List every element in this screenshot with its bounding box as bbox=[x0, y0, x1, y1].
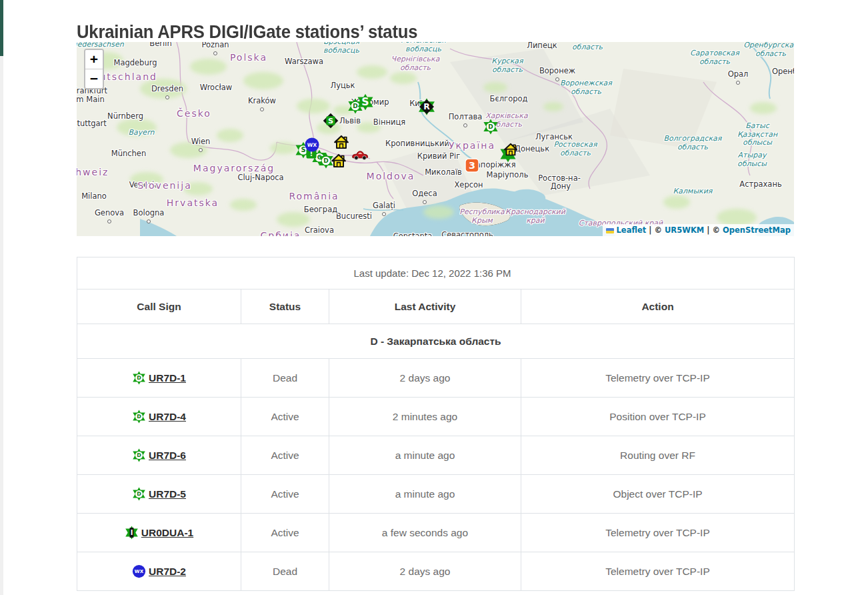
marker-house[interactable] bbox=[330, 153, 347, 170]
callsign-cell: DUR7D-1 bbox=[77, 359, 241, 398]
attribution-separator: | © bbox=[707, 225, 720, 235]
marker-car[interactable] bbox=[351, 149, 369, 161]
ukraine-flag-icon bbox=[606, 228, 614, 233]
city-dot bbox=[107, 219, 111, 223]
status-cell: Active bbox=[241, 514, 329, 552]
table-row-ur0dua-1: IUR0DUA-1Activea few seconds agoTelemetr… bbox=[77, 514, 795, 552]
callsign-cell: DUR7D-4 bbox=[77, 398, 241, 436]
callsign-link[interactable]: UR7D-6 bbox=[149, 450, 186, 461]
page-container: Ukrainian APRS DIGI/IGate stations’ stat… bbox=[77, 0, 794, 591]
marker-house-star[interactable] bbox=[501, 143, 521, 163]
svg-text:D: D bbox=[323, 157, 328, 164]
forest-patch bbox=[357, 65, 387, 79]
forest-patch bbox=[190, 59, 227, 75]
callsign-link[interactable]: UR7D-1 bbox=[149, 372, 186, 384]
city-dot bbox=[260, 107, 264, 111]
column-header-action: Action bbox=[521, 289, 795, 324]
marker-num3-3[interactable]: 3 bbox=[465, 158, 480, 173]
callsign-cell: DUR7D-6 bbox=[77, 436, 241, 475]
forest-patch bbox=[297, 99, 330, 113]
column-header-call-sign: Call Sign bbox=[77, 289, 241, 324]
svg-text:S: S bbox=[361, 95, 369, 108]
marker-wx-circle[interactable]: WX bbox=[305, 137, 320, 153]
table-row-ur7d-1: DUR7D-1Dead2 days agoTelemetry over TCP-… bbox=[77, 359, 795, 398]
callsign-link[interactable]: UR7D-4 bbox=[149, 411, 186, 422]
marker-star-circle-d[interactable]: D bbox=[483, 119, 499, 135]
weather-station-icon: WX bbox=[132, 564, 146, 578]
marker-diamond-green-s[interactable]: S bbox=[322, 112, 339, 129]
last-activity-cell: a few seconds ago bbox=[329, 514, 521, 552]
last-activity-cell: 2 minutes ago bbox=[329, 398, 521, 436]
status-cell: Dead bbox=[241, 359, 329, 398]
svg-text:WX: WX bbox=[307, 142, 317, 148]
callsign-cell: WXUR7D-2 bbox=[77, 552, 241, 591]
forest-patch bbox=[217, 129, 243, 142]
forest-patch bbox=[243, 72, 283, 89]
digipeater-star-icon: D bbox=[132, 448, 146, 462]
city-dot bbox=[165, 95, 169, 99]
digipeater-star-icon: D bbox=[132, 371, 146, 385]
map[interactable]: BerlinMagdeburgNiedersachsenDeutschlandF… bbox=[77, 42, 794, 236]
leaflet-link[interactable]: Leaflet bbox=[617, 225, 647, 235]
forest-patch bbox=[543, 102, 563, 111]
column-header-last-activity: Last Activity bbox=[329, 289, 521, 324]
marker-house[interactable] bbox=[333, 134, 350, 151]
table-row-ur7d-5: DUR7D-5Activea minute agoObject over TCP… bbox=[77, 475, 795, 514]
map-zoom-control: + − bbox=[84, 49, 104, 89]
last-activity-cell: 2 days ago bbox=[329, 552, 521, 591]
forest-patch bbox=[183, 182, 213, 195]
forest-patch bbox=[270, 142, 297, 154]
callsign-link[interactable]: UR7D-5 bbox=[149, 488, 186, 500]
action-cell: Routing over RF bbox=[521, 436, 795, 475]
svg-text:WX: WX bbox=[135, 569, 144, 574]
forest-patch bbox=[357, 122, 381, 133]
city-dot bbox=[147, 219, 151, 223]
forest-patch bbox=[117, 119, 157, 136]
digipeater-star-icon: D bbox=[132, 487, 146, 501]
forest-patch bbox=[663, 195, 690, 209]
city-dot bbox=[463, 123, 467, 127]
last-activity-cell: a minute ago bbox=[329, 475, 521, 514]
svg-text:D: D bbox=[137, 491, 141, 497]
svg-text:I: I bbox=[130, 529, 133, 536]
action-cell: Telemetry over TCP-IP bbox=[521, 359, 795, 398]
ur5wkm-link[interactable]: UR5WKM bbox=[665, 225, 704, 235]
city-dot bbox=[555, 77, 559, 81]
openstreetmap-link[interactable]: OpenStreetMap bbox=[723, 225, 791, 235]
stations-table: Last update: Dec 12, 2022 1:36 PM Call S… bbox=[77, 257, 795, 591]
forest-patch bbox=[423, 205, 454, 219]
forest-patch bbox=[140, 79, 187, 99]
section-title: D - Закарпатська область bbox=[77, 324, 795, 359]
scroll-progress-track bbox=[0, 0, 3, 595]
forest-patch bbox=[277, 212, 310, 227]
status-cell: Active bbox=[241, 398, 329, 436]
city-dot bbox=[423, 200, 427, 204]
marker-diamond-star-r[interactable]: R bbox=[418, 98, 436, 116]
callsign-link[interactable]: UR0DUA-1 bbox=[141, 527, 193, 538]
city-dot bbox=[213, 51, 217, 55]
callsign-cell: DUR7D-5 bbox=[77, 475, 241, 514]
last-update-text: Last update: Dec 12, 2022 1:36 PM bbox=[77, 257, 795, 289]
status-cell: Dead bbox=[241, 552, 329, 591]
zoom-in-button[interactable]: + bbox=[85, 50, 103, 69]
svg-text:D: D bbox=[137, 452, 141, 458]
section-row: D - Закарпатська область bbox=[77, 324, 795, 359]
forest-patch bbox=[750, 102, 777, 114]
status-cell: Active bbox=[241, 436, 329, 475]
column-header-status: Status bbox=[241, 289, 329, 324]
callsign-cell: IUR0DUA-1 bbox=[77, 514, 241, 552]
marker-star-big-s[interactable]: S bbox=[357, 93, 374, 111]
svg-text:S: S bbox=[328, 116, 333, 125]
table-header-row: Call SignStatusLast ActivityAction bbox=[77, 289, 795, 324]
scroll-progress-indicator bbox=[0, 0, 3, 56]
igate-star-icon: I bbox=[125, 526, 139, 540]
table-row-ur7d-2: WXUR7D-2Dead2 days agoTelemetry over TCP… bbox=[77, 552, 795, 591]
last-update-row: Last update: Dec 12, 2022 1:36 PM bbox=[77, 257, 795, 289]
callsign-link[interactable]: UR7D-2 bbox=[149, 566, 186, 577]
forest-patch bbox=[130, 172, 163, 187]
action-cell: Position over TCP-IP bbox=[521, 398, 795, 436]
zoom-out-button[interactable]: − bbox=[85, 69, 103, 88]
svg-text:D: D bbox=[488, 123, 493, 130]
forest-patch bbox=[390, 72, 417, 84]
action-cell: Telemetry over TCP-IP bbox=[521, 552, 795, 591]
